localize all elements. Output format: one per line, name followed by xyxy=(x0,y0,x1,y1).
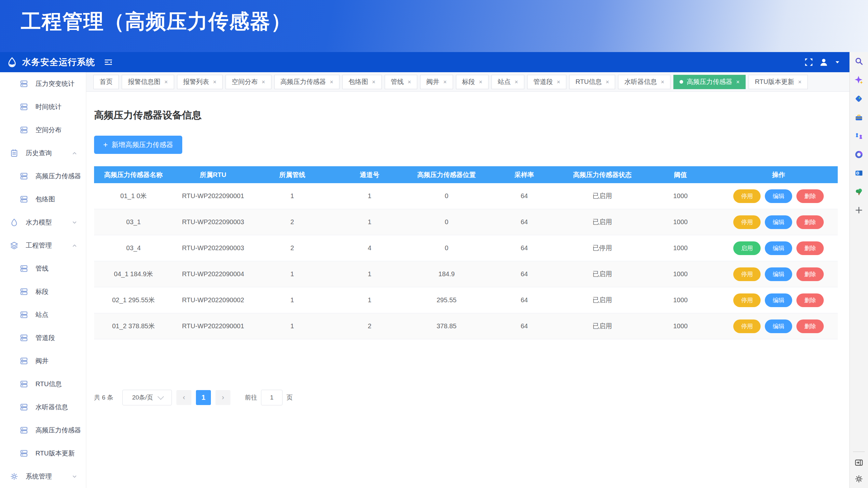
next-page-button[interactable]: › xyxy=(215,390,230,405)
games-icon[interactable] xyxy=(854,131,863,140)
sidebar-item-pipe-segment[interactable]: 管道段 xyxy=(0,326,86,349)
tag-icon[interactable] xyxy=(854,94,863,103)
tab-pipeline[interactable]: 管线× xyxy=(385,75,417,89)
sidebar-item-history-query[interactable]: 历史查询 xyxy=(0,141,86,165)
cell-rate: 64 xyxy=(485,296,563,304)
delete-button[interactable]: 删除 xyxy=(797,320,824,333)
tab-close-icon[interactable]: × xyxy=(330,79,334,85)
tab-pipe-segment[interactable]: 管道段× xyxy=(527,75,567,89)
tab-close-icon[interactable]: × xyxy=(606,79,609,85)
edit-button[interactable]: 编辑 xyxy=(765,215,792,229)
page-size-select[interactable]: 20条/页 xyxy=(122,390,172,405)
sidebar-item-rtu-version-update[interactable]: RTU版本更新 xyxy=(0,442,86,465)
tab-spatial-distribution[interactable]: 空间分布× xyxy=(225,75,272,89)
tab-close-icon[interactable]: × xyxy=(515,79,518,85)
chevron-down-icon[interactable] xyxy=(834,59,841,66)
tab-envelope-diagram[interactable]: 包络图× xyxy=(342,75,382,89)
tab-rtu-version-update[interactable]: RTU版本更新× xyxy=(749,75,807,89)
cell-channel: 1 xyxy=(331,218,408,226)
tab-alarm-info-map[interactable]: 报警信息图× xyxy=(122,75,174,89)
sidebar-item-envelope-diagram[interactable]: 包络图 xyxy=(0,188,86,211)
tab-close-icon[interactable]: × xyxy=(408,79,411,85)
add-sensor-button[interactable]: + 新增高频压力传感器 xyxy=(94,136,182,154)
edit-button[interactable]: 编辑 xyxy=(765,267,792,281)
tab-valve-well[interactable]: 阀井× xyxy=(420,75,453,89)
sidebar-item-pressure-mutation-stats[interactable]: 压力突变统计 xyxy=(0,72,86,95)
sidebar-item-station[interactable]: 站点 xyxy=(0,303,86,326)
sidebar-item-valve-well[interactable]: 阀井 xyxy=(0,349,86,372)
cell-status: 已启用 xyxy=(563,296,642,304)
grid-icon xyxy=(20,333,28,342)
sidebar-item-label: 工程管理 xyxy=(26,241,52,250)
sidebar-item-system-management[interactable]: 系统管理 xyxy=(0,465,86,488)
tab-bid-section[interactable]: 标段× xyxy=(456,75,489,89)
tab-close-icon[interactable]: × xyxy=(372,79,376,85)
add-icon[interactable] xyxy=(854,206,863,215)
current-page-button[interactable]: 1 xyxy=(196,390,211,405)
sidebar-item-label: 历史查询 xyxy=(26,149,52,158)
app-bar: 水务安全运行系统 xyxy=(0,52,849,72)
delete-button[interactable]: 删除 xyxy=(797,241,824,255)
sidebar-item-rtu-info[interactable]: RTU信息 xyxy=(0,372,86,396)
tab-close-icon[interactable]: × xyxy=(736,79,740,85)
cell-rtu: RTU-WP2022090002 xyxy=(173,296,253,304)
cell-position: 295.55 xyxy=(408,296,485,304)
delete-button[interactable]: 删除 xyxy=(797,293,824,307)
hide-sidebar-icon[interactable] xyxy=(854,458,863,467)
tab-label: 管线 xyxy=(391,77,404,86)
sidebar-item-time-stats[interactable]: 时间统计 xyxy=(0,95,86,119)
sidebar-item-hydraulic-model[interactable]: 水力模型 xyxy=(0,211,86,234)
edit-button[interactable]: 编辑 xyxy=(765,293,792,307)
edit-button[interactable]: 编辑 xyxy=(765,241,792,255)
copilot-icon[interactable] xyxy=(854,75,863,85)
goto-page-input[interactable] xyxy=(261,390,282,405)
tab-close-icon[interactable]: × xyxy=(262,79,265,85)
disable-button[interactable]: 停用 xyxy=(733,293,761,307)
tab-hydrophone-info[interactable]: 水听器信息× xyxy=(618,75,671,89)
tab-close-icon[interactable]: × xyxy=(661,79,664,85)
delete-button[interactable]: 删除 xyxy=(797,189,824,203)
cell-name: 03_4 xyxy=(94,244,173,252)
prev-page-button[interactable]: ‹ xyxy=(177,390,191,405)
disable-button[interactable]: 停用 xyxy=(733,267,761,281)
tab-home[interactable]: 首页 xyxy=(93,75,119,89)
edit-button[interactable]: 编辑 xyxy=(765,320,792,333)
tab-alarm-list[interactable]: 报警列表× xyxy=(177,75,223,89)
table-row: 03_4 RTU-WP2022090003 2 4 0 64 已停用 1000 … xyxy=(94,235,838,261)
sidebar-item-bid-section[interactable]: 标段 xyxy=(0,280,86,303)
tab-close-icon[interactable]: × xyxy=(479,79,483,85)
col-header: 所属管线 xyxy=(253,170,331,179)
sidebar-item-hydrophone-info[interactable]: 水听器信息 xyxy=(0,396,86,419)
fullscreen-icon[interactable] xyxy=(804,57,814,67)
tab-close-icon[interactable]: × xyxy=(213,79,217,85)
search-icon[interactable] xyxy=(854,57,863,66)
tab-close-icon[interactable]: × xyxy=(443,79,447,85)
delete-button[interactable]: 删除 xyxy=(797,215,824,229)
tab-hf-pressure-sensor-active[interactable]: 高频压力传感器× xyxy=(673,75,746,89)
edit-button[interactable]: 编辑 xyxy=(765,189,792,203)
user-avatar-icon[interactable] xyxy=(819,57,829,67)
delete-button[interactable]: 删除 xyxy=(797,267,824,281)
sidebar-item-label: RTU信息 xyxy=(35,380,62,388)
disable-button[interactable]: 停用 xyxy=(733,215,761,229)
tab-close-icon[interactable]: × xyxy=(557,79,560,85)
tab-hf-pressure-sensor-history[interactable]: 高频压力传感器× xyxy=(274,75,340,89)
toolbox-icon[interactable] xyxy=(854,113,863,122)
tab-close-icon[interactable]: × xyxy=(798,79,802,85)
settings-icon[interactable] xyxy=(854,474,863,483)
sidebar-item-pipeline[interactable]: 管线 xyxy=(0,257,86,280)
sidebar-item-engineering-management[interactable]: 工程管理 xyxy=(0,234,86,257)
disable-button[interactable]: 停用 xyxy=(733,320,761,333)
tab-close-icon[interactable]: × xyxy=(164,79,168,85)
wallet-icon[interactable] xyxy=(854,168,863,177)
tab-rtu-info[interactable]: RTU信息× xyxy=(569,75,615,89)
tree-icon[interactable] xyxy=(854,187,863,196)
enable-button[interactable]: 启用 xyxy=(733,241,761,255)
sidebar-item-hf-pressure-sensor-history[interactable]: 高频压力传感器 xyxy=(0,165,86,188)
tab-station[interactable]: 站点× xyxy=(491,75,524,89)
disable-button[interactable]: 停用 xyxy=(733,189,761,203)
m365-icon[interactable] xyxy=(854,150,863,159)
menu-fold-icon[interactable] xyxy=(103,57,113,67)
sidebar-item-hf-pressure-sensor[interactable]: 高频压力传感器 xyxy=(0,419,86,442)
sidebar-item-spatial-distribution[interactable]: 空间分布 xyxy=(0,119,86,141)
